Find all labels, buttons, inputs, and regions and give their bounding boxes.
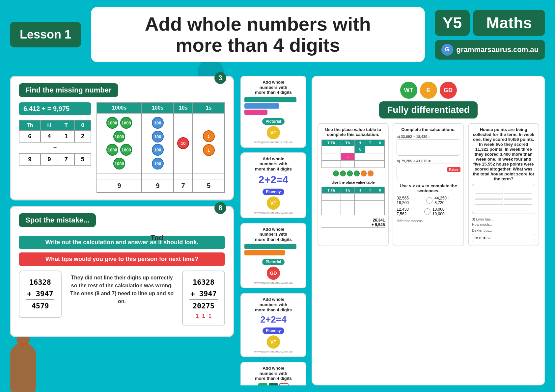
counter-100-1: 100 xyxy=(152,117,164,129)
pg2-r2-c5 xyxy=(375,201,385,208)
calc-label-b: b) 79,205 + 41,676 = xyxy=(397,159,460,163)
counter-col-1s: 1s xyxy=(193,103,225,113)
counter-col-1000s: 1000s xyxy=(97,103,142,113)
diff-col-3: House points are being collected for the… xyxy=(468,123,539,246)
resource-item-3[interactable]: Add wholenumbers withmore than 4 digits … xyxy=(240,223,306,289)
calc-answer-box-a xyxy=(397,139,460,156)
pg1-h: H xyxy=(354,140,365,146)
diff-col-title-1: Use the place value table to complete th… xyxy=(321,127,385,137)
pg1-r2-c5 xyxy=(375,153,385,161)
plus-row: + xyxy=(19,142,91,154)
counter-100-3: 100 xyxy=(152,144,164,156)
fluency-icon-2: 2+2=4 xyxy=(244,174,302,186)
resource-item-5[interactable]: Add wholenumbers withmore than 4 digits … xyxy=(240,362,306,385)
wrong-line3: 4579 xyxy=(26,300,54,312)
vt-badge-2: VT xyxy=(267,196,280,210)
pg1-r2-c3 xyxy=(354,153,365,161)
diff-badges: WT E GD xyxy=(318,82,539,99)
dexter-formula: 2n+5 = 32 xyxy=(474,236,533,240)
counter-100-4: 100 xyxy=(152,158,164,170)
grid-answer xyxy=(475,187,532,211)
pg2-r1-c3 xyxy=(354,194,365,201)
col-0: 0 xyxy=(74,120,91,131)
col-t: T xyxy=(58,120,74,131)
badge-gd: GD xyxy=(440,82,457,99)
pg1-r1-c1 xyxy=(322,146,341,153)
calc-wrong-box: 16328 + 3947 4579 xyxy=(19,271,62,318)
grid-box-2 xyxy=(504,187,532,192)
tag-pictorial-3: Pictorial xyxy=(262,259,284,265)
second-table-area: Use the place value table T Th Th H T 0 xyxy=(321,180,385,227)
website-small-2: www.grammarsaurus.com.au xyxy=(244,211,302,214)
row1-th: 6 xyxy=(19,131,41,142)
pg2-t: T xyxy=(365,187,375,194)
counter-1-1: 1 xyxy=(203,130,215,142)
sym-equal: = xyxy=(269,383,278,385)
different-months-note: different months xyxy=(397,219,460,223)
calc-label-a: a) 33,692 + 18,430 = xyxy=(397,135,460,139)
counter-col-10s: 10s xyxy=(174,103,193,113)
pg1-r1-c5 xyxy=(375,146,385,153)
column-sum: 26,341 + 9,545 xyxy=(321,218,385,227)
missing-number-content: 6,412 + = 9,975 Th H T 0 6 4 1 2 xyxy=(19,102,225,193)
explanation-text: They did not line their digits up correc… xyxy=(70,275,174,304)
lynn-note: 3) Lynn has... xyxy=(472,217,535,221)
calc-answer-box-b: False xyxy=(397,164,460,180)
counter-table: 1000s 100s 10s 1s 1000 1000 1000 xyxy=(97,102,225,193)
resource-item-2[interactable]: Add wholenumbers withmore than 4 digits … xyxy=(240,152,306,218)
col-sum-2: + 9,545 xyxy=(321,222,385,227)
compare2b-text: 10,000 + 10,000 xyxy=(432,207,460,216)
pg2-r1-c2 xyxy=(341,194,355,201)
compare-symbols: > = < xyxy=(244,383,302,385)
row2-h: 9 xyxy=(41,154,58,165)
main-content: 3 Find the missing number 6,412 + = 9,97… xyxy=(0,69,555,392)
false-badge-text: False xyxy=(447,167,460,172)
left-section: 6,412 + = 9,975 Th H T 0 6 4 1 2 xyxy=(19,102,91,193)
compare1a-text: 32,565 + 18,200 xyxy=(397,196,424,205)
resource-title-2: Add wholenumbers withmore than 4 digits xyxy=(244,156,302,172)
pg1-r2-c1 xyxy=(322,153,341,161)
counters-100s-row2 xyxy=(142,173,174,179)
place-grid-1: T Th Th H T 0 8 xyxy=(321,140,385,168)
pg1-r2-c2: 6 xyxy=(341,153,355,161)
counter-1000-6: 1000 xyxy=(113,158,125,170)
bottom-7: 7 xyxy=(174,179,193,193)
diff-col-title-3: House points are being collected for the… xyxy=(472,127,535,181)
pg1-r2-c4 xyxy=(365,153,375,161)
bottom-9-1: 9 xyxy=(97,179,142,193)
counter-1000-4: 1000 xyxy=(106,144,118,156)
left-panel: 3 Find the missing number 6,412 + = 9,97… xyxy=(10,76,234,385)
correct-line2: + 3947 xyxy=(189,288,218,300)
pg1-tth: T Th xyxy=(322,140,341,146)
sym-greater: > xyxy=(258,383,267,385)
tod-annotation: Tod xyxy=(151,234,163,242)
grid-box-6 xyxy=(504,199,532,205)
page-title: Add whole numbers with more than 4 digit… xyxy=(104,13,412,56)
diff-title: Fully differentiated xyxy=(379,101,477,118)
counter-1000-5: 1000 xyxy=(120,144,132,156)
row1-t: 1 xyxy=(58,131,74,142)
pg2-tth: T Th xyxy=(322,187,341,194)
carry-numbers: 1 1 1 xyxy=(189,312,218,321)
compare-row-2: 12,438 + 7,562 10,000 + 10,000 xyxy=(397,207,460,216)
diff-header: WT E GD Fully differentiated xyxy=(318,82,539,118)
tag-pictorial-1: Pictorial xyxy=(262,118,284,125)
vt-badge-4: VT xyxy=(267,335,280,349)
resource-item-4[interactable]: Add wholenumbers withmore than 4 digits … xyxy=(240,293,306,357)
pg2-h: H xyxy=(354,187,365,194)
card-title-mistake: Spot the mistake... xyxy=(19,213,96,227)
sm-c-5 xyxy=(361,170,367,176)
pg1-r1-c4 xyxy=(365,146,375,153)
compare1b-text: 44,250 + 8,720 xyxy=(434,196,460,205)
counters-10s-row1: 10 xyxy=(174,113,193,173)
counter-1000-1: 1000 xyxy=(106,117,118,129)
counter-10-1: 10 xyxy=(177,137,189,149)
spot-mistake-content: Write out the calculation and answer as … xyxy=(19,232,225,329)
resource-title-1: Add wholenumbers withmore than 4 digits xyxy=(244,80,302,95)
pg2-r3-c5 xyxy=(375,208,385,215)
pg2-r1-c5 xyxy=(375,194,385,201)
resource-item-1[interactable]: Add wholenumbers withmore than 4 digits … xyxy=(240,76,306,148)
sm-c-6 xyxy=(368,170,374,176)
card-number-3: 3 xyxy=(214,72,226,84)
equation-box: 6,412 + = 9,975 xyxy=(19,102,91,115)
